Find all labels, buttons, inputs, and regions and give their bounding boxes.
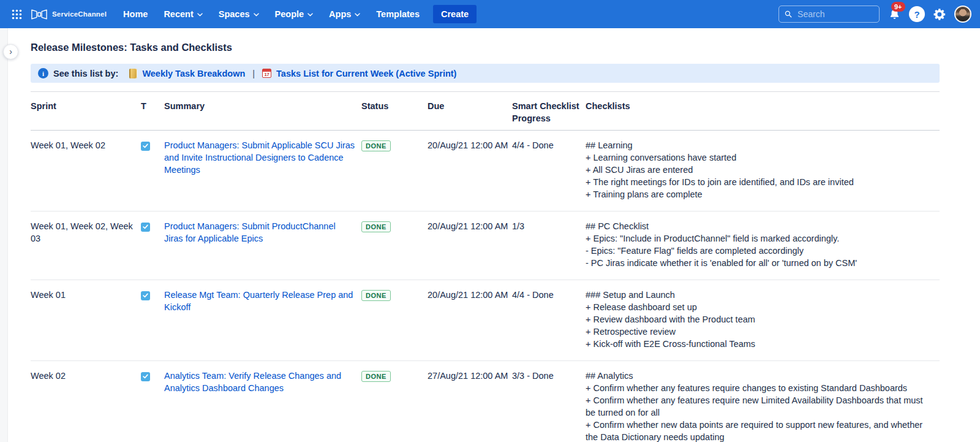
checklist-cell: ## PC Checklist + Epics: "Include in Pro… [586,220,933,269]
app-switcher-button[interactable] [6,4,27,25]
help-button[interactable]: ? [909,6,925,22]
progress-cell: 3/3 - Done [512,361,586,442]
task-type-icon [141,223,150,232]
status-badge: DONE [361,290,391,301]
summary-link[interactable]: Release Mgt Team: Quarterly Release Prep… [164,290,353,312]
sprint-cell: Week 01, Week 02 [31,131,141,211]
task-type-icon [141,372,150,381]
table-row: Week 01 Release Mgt Team: Quarterly Rele… [31,280,940,361]
settings-button[interactable] [930,4,949,25]
due-cell: 20/Aug/21 12:00 AM [428,131,512,211]
checklist-cell: ### Setup and Launch + Release dashboard… [586,289,933,350]
nav-item-templates[interactable]: Templates [368,0,428,28]
summary-link[interactable]: Product Managers: Submit ProductChannel … [164,221,336,243]
table-header-row: Sprint T Summary Status Due Smart Checkl… [31,92,940,131]
due-cell: 27/Aug/21 12:00 AM [428,361,512,442]
summary-link[interactable]: Product Managers: Submit Applicable SCU … [164,140,355,175]
summary-link[interactable]: Analytics Team: Verify Release Changes a… [164,371,341,393]
notifications-button[interactable]: 9+ [885,4,903,25]
main-area: Release Milestones: Tasks and Checklists… [8,28,980,442]
column-header-sprint: Sprint [31,92,141,131]
app-grid-icon [12,9,22,20]
progress-cell: 4/4 - Done [512,280,586,361]
nav-item-spaces[interactable]: Spaces [211,0,267,28]
chevron-down-icon [254,13,259,17]
collapsed-sidebar [0,28,8,442]
column-header-summary: Summary [164,92,361,131]
search-input[interactable] [796,9,873,20]
chevron-down-icon [355,13,360,17]
user-avatar[interactable] [954,6,971,23]
notification-badge: 9+ [891,2,905,12]
issues-table: Sprint T Summary Status Due Smart Checkl… [31,91,940,442]
task-type-icon [141,142,150,151]
banner-link-weekly-task-breakdown[interactable]: Weekly Task Breakdown [142,69,245,78]
progress-cell: 1/3 [512,211,586,280]
column-header-type: T [141,92,164,131]
ledger-icon [129,69,137,78]
nav-item-home[interactable]: Home [115,0,156,28]
table-row: Week 01, Week 02, Week 03 Product Manage… [31,211,940,280]
gear-icon [933,7,947,21]
due-cell: 20/Aug/21 12:00 AM [428,280,512,361]
task-type-icon [141,291,150,300]
nav-item-recent[interactable]: Recent [156,0,210,28]
checklist-cell: ## Learning + Learning conversations hav… [586,139,933,200]
table-row: Week 02 Analytics Team: Verify Release C… [31,361,940,442]
nav-item-people[interactable]: People [267,0,322,28]
column-header-status: Status [361,92,428,131]
column-header-checklists: Checklists [586,92,940,131]
top-navbar: ServiceChannel Home Recent Spaces People… [0,0,980,28]
status-badge: DONE [361,140,391,151]
sidebar-expand-button[interactable]: › [3,44,18,59]
sprint-cell: Week 01, Week 02, Week 03 [31,211,141,280]
banner-link-current-week[interactable]: Tasks List for Current Week (Active Spri… [276,69,456,78]
banner-separator: | [252,69,255,78]
chevron-down-icon [197,13,203,17]
search-icon [785,10,792,18]
status-badge: DONE [361,221,391,232]
table-row: Week 01, Week 02 Product Managers: Submi… [31,131,940,211]
column-header-progress: Smart Checklist Progress [512,92,586,131]
servicechannel-logo-icon [31,9,48,20]
banner-prefix: See this list by: [53,69,118,78]
sprint-cell: Week 02 [31,361,141,442]
info-icon: i [38,68,48,78]
search-box[interactable] [778,6,880,23]
question-mark-icon: ? [914,9,919,20]
checklist-cell: ## Analytics + Confirm whether any featu… [586,370,933,442]
sprint-cell: Week 01 [31,280,141,361]
create-button[interactable]: Create [433,5,477,23]
nav-item-apps[interactable]: Apps [321,0,368,28]
info-banner: i See this list by: Weekly Task Breakdow… [31,64,940,83]
page-content: › Release Milestones: Tasks and Checklis… [0,28,980,442]
brand-logo[interactable]: ServiceChannel [31,9,107,20]
due-cell: 20/Aug/21 12:00 AM [428,211,512,280]
progress-cell: 4/4 - Done [512,131,586,211]
status-badge: DONE [361,371,391,382]
calendar-icon: 17 [262,69,271,78]
page-title: Release Milestones: Tasks and Checklists [31,42,940,53]
brand-name: ServiceChannel [52,10,107,18]
chevron-down-icon [307,13,313,17]
column-header-due: Due [428,92,512,131]
